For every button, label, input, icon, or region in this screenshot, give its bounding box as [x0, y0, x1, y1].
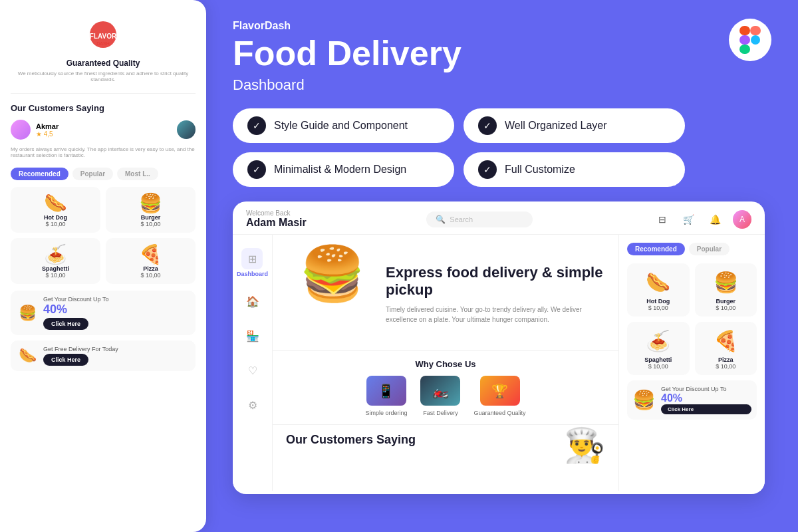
food-price: $ 10,00 [16, 221, 95, 227]
burger-emoji: 🍔 [286, 247, 379, 301]
discount-button[interactable]: Click Here [661, 404, 751, 414]
sidebar-item-settings[interactable]: ⚙ [242, 394, 263, 416]
right-tab-recomended[interactable]: Recomended [627, 243, 685, 255]
tab-most[interactable]: Most L.. [117, 168, 158, 180]
promo-hotdog-icon: 🌭 [19, 347, 37, 364]
right-tab-bar: Recomended Popular [627, 243, 757, 255]
sidebar-item-store[interactable]: 🏪 [242, 325, 263, 346]
list-item[interactable]: 🍝 Spaghetti $ 10,00 [627, 322, 690, 375]
promo-card-2: 🌭 Get Free Delivery For Today Click Here [11, 340, 196, 371]
list-item[interactable]: 🍕 Pizza $ 10,00 [106, 238, 196, 284]
search-bar[interactable]: 🔍 Search [426, 211, 533, 227]
feature-badge-4: ✓ Full Customize [464, 152, 685, 187]
hero-description: Timely delivered cuisine. Your go-to tre… [386, 305, 605, 325]
svg-rect-3 [739, 26, 750, 35]
list-item[interactable]: 🍝 Spaghetti $ 10,00 [11, 238, 100, 284]
food-image: 🍕 [709, 327, 742, 354]
review-text: My orders always arrive quickly. The app… [11, 146, 196, 158]
food-image: 🍝 [642, 327, 675, 354]
search-icon: 🔍 [436, 215, 446, 224]
feature-badge-3: ✓ Minimalist & Modern Design [233, 152, 454, 187]
dashboard-sidebar: ⊞ Dashboard 🏠 🏪 ♡ ⚙ [233, 235, 273, 491]
customers-title: Our Customers Saying [11, 103, 196, 113]
sidebar-item-favorite[interactable]: ♡ [242, 360, 263, 381]
dashboard-body: ⊞ Dashboard 🏠 🏪 ♡ ⚙ 🍔 Express food del [233, 235, 765, 491]
sidebar-item-dashboard[interactable]: ⊞ Dashboard [237, 248, 268, 277]
hero-burger-image: 🍔 [286, 247, 379, 340]
feature-label-3: Minimalist & Modern Design [274, 164, 406, 176]
promo-percentage-1: 40% [43, 303, 188, 317]
customers-section: Our Customers Saying Akmar ★ 4,5 My orde… [11, 103, 196, 158]
food-name: Spaghetti [16, 265, 95, 272]
why-item-2: 🏍️ Fast Delivery [420, 376, 460, 416]
quality-label: Guaranteed Quality [11, 59, 196, 68]
bell-icon[interactable]: 🔔 [706, 210, 725, 229]
reviewer-info: Akmar ★ 4,5 [36, 122, 59, 138]
main-area: FlavorDash Food Delivery Dashboard ✓ Sty… [206, 0, 798, 532]
filter-icon[interactable]: ⊟ [653, 210, 672, 229]
food-image: 🍔 [709, 269, 742, 295]
list-item[interactable]: 🍔 Burger $ 10,00 [106, 187, 196, 233]
food-price: $ 10,00 [16, 272, 95, 279]
figma-icon [729, 19, 771, 61]
food-name: Pizza [700, 356, 752, 363]
reviewer-avatar [11, 120, 31, 140]
discount-label: Get Your Discount Up To [661, 386, 751, 392]
reviewer-name: Akmar [36, 122, 59, 130]
why-image-2: 🏍️ [420, 376, 460, 406]
list-item[interactable]: 🍕 Pizza $ 10,00 [695, 322, 757, 375]
check-icon-2: ✓ [478, 116, 497, 135]
customers-title: Our Customers Saying [286, 433, 551, 447]
section-subtitle: Dashboard [233, 76, 771, 94]
sidebar-item-home[interactable]: 🏠 [242, 291, 263, 312]
promo-card-1: 🍔 Get Your Discount Up To 40% Click Here [11, 291, 196, 335]
food-price: $ 10,00 [111, 221, 190, 227]
food-image: 🌭 [642, 269, 675, 295]
tab-popular[interactable]: Popular [72, 168, 113, 180]
food-name: Hot Dog [16, 214, 95, 221]
promo-text-1: Get Your Discount Up To 40% Click Here [43, 296, 188, 330]
avatar[interactable]: A [733, 210, 751, 229]
svg-rect-4 [750, 26, 761, 35]
list-item[interactable]: 🌭 Hot Dog $ 10,00 [627, 263, 690, 317]
discount-text: Get Your Discount Up To 40% Click Here [661, 386, 751, 414]
svg-rect-6 [739, 45, 750, 54]
sidebar-label-dashboard: Dashboard [237, 271, 268, 277]
svg-rect-5 [739, 35, 750, 45]
food-image: 🍕 [111, 243, 190, 265]
promo-btn-2[interactable]: Click Here [43, 354, 88, 366]
quality-desc: We meticulously source the finest ingred… [11, 70, 196, 82]
food-price: $ 10,00 [700, 363, 752, 370]
discount-card: 🍔 Get Your Discount Up To 40% Click Here [627, 380, 757, 420]
why-label-2: Fast Delivery [423, 410, 458, 416]
list-item[interactable]: 🍔 Burger $ 10,00 [695, 263, 757, 317]
tab-recomended[interactable]: Recomended [11, 168, 68, 180]
cart-icon[interactable]: 🛒 [680, 210, 698, 229]
review-row: Akmar ★ 4,5 [11, 120, 196, 140]
why-label-1: Simple ordering [365, 410, 407, 416]
food-price: $ 10,00 [700, 305, 752, 311]
food-name: Burger [700, 298, 752, 305]
check-icon-3: ✓ [247, 160, 266, 179]
svg-text:FLAVOR: FLAVOR [90, 33, 117, 40]
food-name: Hot Dog [632, 298, 684, 305]
svg-point-7 [751, 35, 760, 45]
promo-label-2: Get Free Delivery For Today [43, 346, 188, 352]
why-title: Why Chose Us [286, 359, 605, 369]
check-icon-1: ✓ [247, 116, 266, 135]
dashboard-main-content: 🍔 Express food delivery & simple pickup … [273, 235, 618, 491]
reviewer-rating: ★ 4,5 [36, 130, 59, 138]
hero-text: Express food delivery & simple pickup Ti… [379, 264, 605, 325]
reviewer-avatar-2 [177, 120, 196, 139]
customers-section: Our Customers Saying 👨‍🍳 [273, 425, 618, 473]
why-image-3: 🏆 [480, 376, 520, 406]
right-tab-popular[interactable]: Popular [689, 243, 730, 255]
food-name: Spaghetti [632, 356, 684, 363]
main-title: Food Delivery [233, 35, 771, 72]
dashboard-icon: ⊞ [241, 248, 263, 269]
left-tab-bar: Recomended Popular Most L.. [11, 168, 196, 180]
check-icon-4: ✓ [478, 160, 497, 179]
promo-btn-1[interactable]: Click Here [43, 318, 88, 330]
list-item[interactable]: 🌭 Hot Dog $ 10,00 [11, 187, 100, 233]
feature-label-1: Style Guide and Component [274, 120, 408, 132]
